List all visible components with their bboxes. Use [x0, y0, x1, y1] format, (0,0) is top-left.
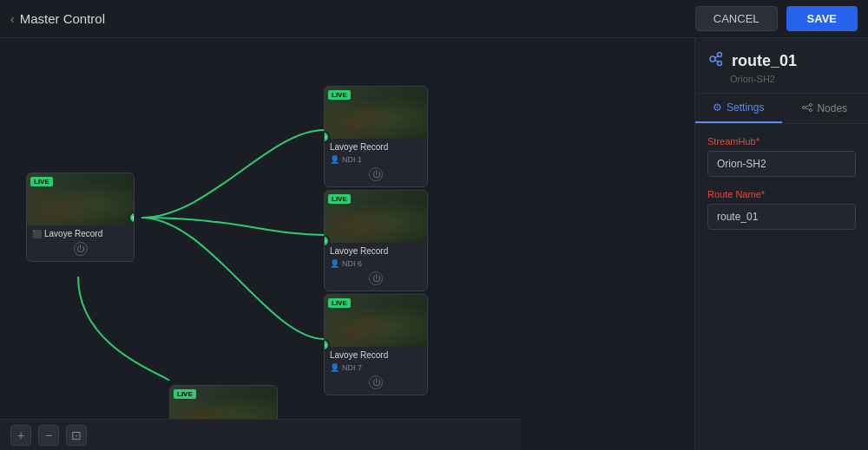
- lower-right-thumb: LIVE: [325, 295, 427, 347]
- source-node[interactable]: LIVE ⬛ Lavoye Record ⏻: [26, 173, 135, 262]
- route-header: route_01 Orion-SH2: [695, 38, 868, 94]
- cancel-button[interactable]: CANCEL: [695, 6, 778, 31]
- mid-right-ndi: 👤 NDI 6: [330, 259, 422, 268]
- mid-right-power[interactable]: ⏻: [369, 271, 383, 285]
- back-icon[interactable]: ‹: [10, 12, 15, 26]
- source-power[interactable]: ⏻: [74, 242, 88, 256]
- settings-icon: ⚙: [713, 101, 722, 114]
- route-icon-title: route_01: [707, 50, 856, 72]
- svg-line-3: [715, 56, 718, 59]
- top-right-node[interactable]: LIVE Lavoye Record 👤 NDI 1 ⏻: [324, 86, 428, 187]
- svg-point-2: [718, 62, 722, 66]
- save-button[interactable]: SAVE: [786, 6, 858, 31]
- canvas-area: LIVE ⬛ Lavoye Record ⏻ LIVE Lavoy: [0, 38, 694, 450]
- panel-tabs: ⚙ Settings Nodes: [695, 94, 868, 124]
- top-right-ndi: 👤 NDI 1: [330, 155, 422, 164]
- mid-right-live-badge: LIVE: [328, 194, 351, 204]
- header-title: Master Control: [20, 11, 105, 26]
- source-connector-right[interactable]: [128, 212, 135, 224]
- routename-input[interactable]: [707, 204, 856, 230]
- lower-right-ndi: 👤 NDI 7: [330, 363, 422, 372]
- panel-content: StreamHub* Route Name*: [695, 124, 868, 450]
- streamhub-input[interactable]: [707, 151, 856, 177]
- lower-right-title: Lavoye Record: [330, 350, 422, 360]
- lower-right-live-badge: LIVE: [328, 298, 351, 308]
- lower-right-node[interactable]: LIVE Lavoye Record 👤 NDI 7 ⏻: [324, 294, 428, 395]
- top-right-title: Lavoye Record: [330, 142, 422, 152]
- route-icon: [707, 50, 725, 72]
- header-left: ‹ Master Control: [10, 11, 105, 26]
- add-button[interactable]: +: [10, 425, 31, 446]
- top-right-thumb: LIVE: [325, 87, 427, 139]
- route-sub: Orion-SH2: [707, 74, 856, 84]
- header-actions: CANCEL SAVE: [695, 6, 858, 31]
- svg-point-0: [710, 56, 715, 62]
- source-title: ⬛ Lavoye Record: [32, 229, 128, 238]
- svg-line-4: [715, 60, 718, 62]
- top-right-power[interactable]: ⏻: [369, 167, 383, 181]
- header: ‹ Master Control CANCEL SAVE: [0, 0, 868, 38]
- mid-right-node[interactable]: LIVE Lavoye Record 👤 NDI 6 ⏻: [324, 190, 428, 291]
- mid-right-thumb: LIVE: [325, 191, 427, 243]
- source-thumb: LIVE: [27, 173, 134, 225]
- bottom-live-badge: LIVE: [174, 389, 196, 399]
- svg-point-5: [803, 106, 806, 108]
- bottom-toolbar: + − ⊡: [0, 419, 521, 450]
- nodes-icon: [802, 102, 812, 115]
- routename-label: Route Name*: [707, 189, 856, 199]
- source-live-badge: LIVE: [30, 177, 53, 186]
- top-right-live-badge: LIVE: [328, 90, 351, 100]
- route-name: route_01: [732, 52, 797, 70]
- tab-nodes[interactable]: Nodes: [782, 94, 869, 123]
- svg-point-6: [810, 103, 812, 106]
- streamhub-label: StreamHub*: [707, 136, 856, 147]
- lower-right-power[interactable]: ⏻: [369, 375, 383, 389]
- node-canvas: LIVE ⬛ Lavoye Record ⏻ LIVE Lavoy: [0, 38, 694, 450]
- tab-settings[interactable]: ⚙ Settings: [695, 94, 782, 123]
- svg-point-7: [810, 108, 812, 111]
- right-panel: route_01 Orion-SH2 ⚙ Settings Nodes: [694, 38, 868, 450]
- svg-line-8: [806, 105, 810, 107]
- mid-right-title: Lavoye Record: [330, 246, 422, 256]
- minus-button[interactable]: −: [38, 425, 59, 446]
- svg-line-9: [806, 108, 810, 109]
- svg-point-1: [718, 53, 722, 57]
- fit-button[interactable]: ⊡: [66, 425, 87, 446]
